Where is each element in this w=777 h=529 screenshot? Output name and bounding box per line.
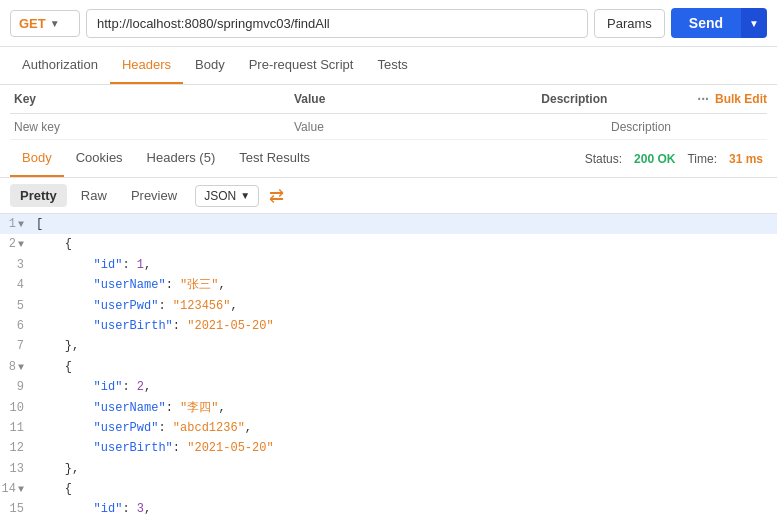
toggle-icon[interactable]: ▼ xyxy=(18,362,24,373)
time-value: 31 ms xyxy=(729,152,763,166)
line-content: { xyxy=(36,479,777,499)
headers-input-row xyxy=(10,114,767,140)
line-content: "userName": "张三", xyxy=(36,275,777,295)
line-content: "userBirth": "2021-05-20" xyxy=(36,438,777,458)
toggle-icon[interactable]: ▼ xyxy=(18,219,24,230)
line-content: "userPwd": "abcd1236", xyxy=(36,418,777,438)
line-number: 8▼ xyxy=(0,357,36,377)
line-content: "userBirth": "2021-05-20" xyxy=(36,316,777,336)
line-number: 3 xyxy=(0,255,36,275)
line-content: "userPwd": "123456", xyxy=(36,296,777,316)
code-line: 2▼ { xyxy=(0,234,777,254)
key-input[interactable] xyxy=(14,120,290,134)
line-content: "userName": "李四", xyxy=(36,398,777,418)
description-input[interactable] xyxy=(611,120,767,134)
response-tabs-bar: Body Cookies Headers (5) Test Results St… xyxy=(0,140,777,178)
line-content: "id": 2, xyxy=(36,377,777,397)
line-number: 10 xyxy=(0,398,36,418)
code-line: 9 "id": 2, xyxy=(0,377,777,397)
code-line: 13 }, xyxy=(0,459,777,479)
resp-tab-cookies[interactable]: Cookies xyxy=(64,140,135,177)
code-line: 8▼ { xyxy=(0,357,777,377)
params-button[interactable]: Params xyxy=(594,9,665,38)
tab-headers[interactable]: Headers xyxy=(110,47,183,84)
line-number: 7 xyxy=(0,336,36,356)
line-number: 13 xyxy=(0,459,36,479)
resp-tab-body[interactable]: Body xyxy=(10,140,64,177)
format-select[interactable]: JSON ▼ xyxy=(195,185,259,207)
send-dropdown-button[interactable]: ▼ xyxy=(741,8,767,38)
status-value: 200 OK xyxy=(634,152,675,166)
line-content: [ xyxy=(36,214,777,234)
raw-button[interactable]: Raw xyxy=(71,184,117,207)
url-input[interactable] xyxy=(86,9,588,38)
code-line: 12 "userBirth": "2021-05-20" xyxy=(0,438,777,458)
method-label: GET xyxy=(19,16,46,31)
line-content: { xyxy=(36,234,777,254)
line-content: "id": 1, xyxy=(36,255,777,275)
col-key-header: Key xyxy=(10,92,290,106)
code-line: 14▼ { xyxy=(0,479,777,499)
col-desc-header: Description xyxy=(537,92,697,106)
status-label: Status: xyxy=(585,152,622,166)
tab-prerequest[interactable]: Pre-request Script xyxy=(237,47,366,84)
line-number: 2▼ xyxy=(0,234,36,254)
more-options-icon[interactable]: ··· xyxy=(697,91,709,107)
bulk-edit-button[interactable]: Bulk Edit xyxy=(715,92,767,106)
tab-authorization[interactable]: Authorization xyxy=(10,47,110,84)
col-actions: ··· Bulk Edit xyxy=(697,91,767,107)
line-number: 15 xyxy=(0,499,36,519)
request-tabs: Authorization Headers Body Pre-request S… xyxy=(0,47,777,85)
value-input[interactable] xyxy=(294,120,607,134)
code-area[interactable]: 1▼[2▼ {3 "id": 1,4 "userName": "张三",5 "u… xyxy=(0,214,777,523)
top-bar: GET ▼ Params Send ▼ xyxy=(0,0,777,47)
code-line: 1▼[ xyxy=(0,214,777,234)
send-btn-group: Send ▼ xyxy=(671,8,767,38)
line-number: 16 xyxy=(0,520,36,523)
format-chevron-icon: ▼ xyxy=(240,190,250,201)
line-content: "userName": "王五", xyxy=(36,520,777,523)
code-line: 4 "userName": "张三", xyxy=(0,275,777,295)
line-content: }, xyxy=(36,459,777,479)
toggle-icon[interactable]: ▼ xyxy=(18,239,24,250)
code-line: 3 "id": 1, xyxy=(0,255,777,275)
method-select[interactable]: GET ▼ xyxy=(10,10,80,37)
response-toolbar: Pretty Raw Preview JSON ▼ ⇄ xyxy=(0,178,777,214)
response-status: Status: 200 OK Time: 31 ms xyxy=(585,152,767,166)
line-number: 14▼ xyxy=(0,479,36,499)
code-line: 6 "userBirth": "2021-05-20" xyxy=(0,316,777,336)
pretty-button[interactable]: Pretty xyxy=(10,184,67,207)
headers-columns: Key Value Description ··· Bulk Edit xyxy=(10,85,767,114)
preview-button[interactable]: Preview xyxy=(121,184,187,207)
line-number: 6 xyxy=(0,316,36,336)
col-value-header: Value xyxy=(290,92,537,106)
line-number: 4 xyxy=(0,275,36,295)
line-number: 5 xyxy=(0,296,36,316)
line-content: { xyxy=(36,357,777,377)
line-number: 1▼ xyxy=(0,214,36,234)
line-number: 9 xyxy=(0,377,36,397)
method-chevron-icon: ▼ xyxy=(50,18,60,29)
tab-tests[interactable]: Tests xyxy=(365,47,419,84)
format-label: JSON xyxy=(204,189,236,203)
resp-tab-headers[interactable]: Headers (5) xyxy=(135,140,228,177)
response-tabs: Body Cookies Headers (5) Test Results xyxy=(10,140,322,177)
toggle-icon[interactable]: ▼ xyxy=(18,484,24,495)
line-number: 12 xyxy=(0,438,36,458)
code-line: 10 "userName": "李四", xyxy=(0,398,777,418)
time-label: Time: xyxy=(687,152,717,166)
send-button[interactable]: Send xyxy=(671,8,741,38)
code-line: 5 "userPwd": "123456", xyxy=(0,296,777,316)
line-number: 11 xyxy=(0,418,36,438)
tab-body[interactable]: Body xyxy=(183,47,237,84)
code-line: 11 "userPwd": "abcd1236", xyxy=(0,418,777,438)
code-line: 7 }, xyxy=(0,336,777,356)
resp-tab-testresults[interactable]: Test Results xyxy=(227,140,322,177)
code-line: 15 "id": 3, xyxy=(0,499,777,519)
code-line: 16 "userName": "王五", xyxy=(0,520,777,523)
wrap-icon[interactable]: ⇄ xyxy=(269,185,284,207)
line-content: "id": 3, xyxy=(36,499,777,519)
headers-table: Key Value Description ··· Bulk Edit xyxy=(0,85,777,140)
line-content: }, xyxy=(36,336,777,356)
